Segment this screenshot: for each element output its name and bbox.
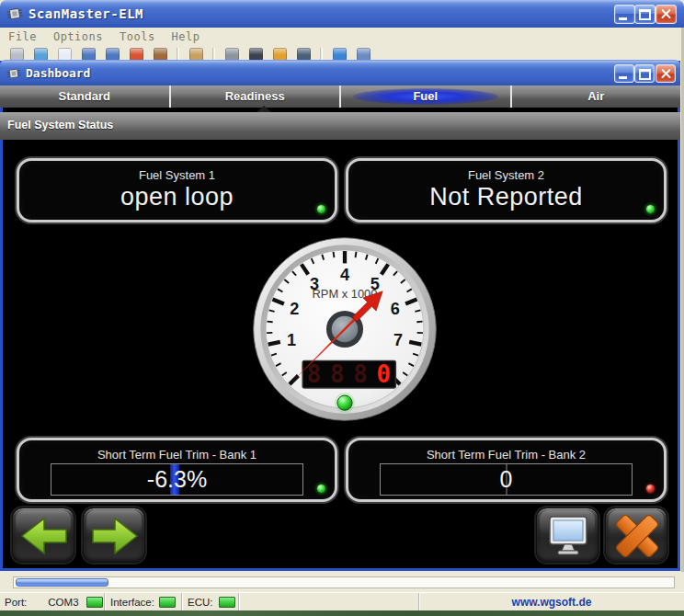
document-icon[interactable] [58, 48, 72, 61]
panel-title: Short Term Fuel Trim - Bank 2 [348, 448, 664, 462]
ecu-status-indicator [219, 597, 235, 608]
tab-label: Standard [0, 86, 169, 108]
statusbar-website-section: www.wgsoft.de [419, 593, 684, 610]
menu-file[interactable]: File [0, 30, 45, 43]
statusbar-interface-section: Interface: [105, 593, 182, 610]
tabbar: StandardReadinessFuelAir [0, 86, 680, 108]
dark-globe-icon[interactable] [297, 48, 311, 61]
svg-text:1: 1 [287, 331, 296, 349]
back-button[interactable] [12, 508, 74, 563]
status-led [317, 205, 325, 213]
panel-title: Fuel System 1 [19, 168, 335, 182]
arrow-right-icon [84, 508, 146, 564]
connect-icon[interactable] [10, 48, 24, 61]
tab-readiness[interactable]: Readiness [171, 86, 342, 108]
panel-title: Short Term Fuel Trim - Bank 1 [19, 448, 335, 462]
arrow-left-icon [13, 508, 75, 564]
dashboard-minimize-button[interactable] [614, 64, 634, 83]
menu-options[interactable]: Options [45, 30, 111, 43]
maximize-icon [639, 69, 651, 80]
tab-label: Fuel [341, 86, 510, 108]
dark-screen-icon[interactable] [249, 48, 263, 61]
chip-icon [6, 6, 24, 22]
tab-label: Readiness [171, 86, 340, 108]
trim-bar-bank1: -6.3% [51, 463, 303, 496]
tab-air[interactable]: Air [512, 86, 681, 108]
maximize-icon [639, 9, 651, 20]
svg-text:8: 8 [307, 360, 322, 388]
window-title: ScanMaster-ELM [28, 6, 143, 21]
close-button[interactable] [656, 5, 677, 24]
tab-label: Air [512, 86, 681, 108]
maximize-button[interactable] [634, 5, 656, 24]
status-led [317, 485, 325, 493]
close-x-icon [606, 508, 668, 564]
monitor-icon [537, 508, 599, 564]
dashboard-maximize-button[interactable] [634, 64, 655, 83]
horizontal-scrollbar[interactable] [13, 576, 675, 588]
tab-standard[interactable]: Standard [0, 86, 171, 108]
dashboard-title: Dashboard [26, 66, 90, 80]
monitor-icon[interactable] [82, 48, 96, 61]
display-button[interactable] [536, 508, 598, 563]
panel-value: open loop [19, 183, 335, 211]
main-titlebar[interactable]: ScanMaster-ELM [0, 0, 684, 28]
minimize-button[interactable] [614, 5, 635, 24]
panel-value: Not Reported [348, 183, 664, 211]
user-icon[interactable] [154, 48, 167, 61]
section-header: Fuel System Status [0, 112, 680, 140]
monitor2-icon[interactable] [106, 48, 120, 61]
fuel-trim-bank2-panel: Short Term Fuel Trim - Bank 2 0 [346, 438, 667, 502]
interface-status-indicator [159, 597, 176, 608]
port-value: COM3 [48, 597, 78, 608]
svg-text:4: 4 [340, 266, 349, 284]
trim-bar-bank2: 0 [380, 463, 633, 496]
globe-icon[interactable] [34, 48, 48, 61]
tab-pointer-icon [256, 106, 271, 112]
website-link[interactable]: www.wgsoft.de [419, 596, 684, 609]
minimize-icon [619, 76, 627, 79]
minimize-icon [619, 17, 627, 20]
toolbar-separator [320, 48, 323, 61]
menubar: File Options Tools Help [0, 28, 684, 47]
dashboard-window: Dashboard StandardReadinessFuelAir Fuel … [0, 61, 680, 571]
ecu-label: ECU: [188, 597, 212, 608]
desktop-background [0, 610, 684, 616]
port-status-indicator [86, 597, 103, 608]
dashboard-close-button[interactable] [656, 64, 676, 83]
fuel-trim-bank1-panel: Short Term Fuel Trim - Bank 1 -6.3% [17, 438, 337, 502]
statusbar-spacer [239, 593, 419, 610]
package-icon[interactable] [357, 48, 370, 61]
port-label: Port: [5, 597, 27, 608]
statusbar: Port: COM3 Interface: ECU: www.wgsoft.de [0, 592, 684, 610]
menu-tools[interactable]: Tools [111, 30, 164, 43]
svg-text:7: 7 [393, 331, 403, 349]
tab-fuel[interactable]: Fuel [341, 86, 512, 108]
exit-button[interactable] [605, 508, 667, 563]
statusbar-ecu-section: ECU: [182, 593, 239, 610]
trim-value: -6.3% [51, 464, 302, 495]
chip-icon [6, 65, 22, 80]
panel-title: Fuel System 2 [348, 168, 664, 182]
clipboard-icon[interactable] [189, 48, 203, 61]
status-led [646, 205, 655, 213]
statusbar-port-section: Port: COM3 [0, 593, 105, 610]
forward-button[interactable] [83, 508, 145, 563]
menu-help[interactable]: Help [164, 30, 209, 43]
dashboard-titlebar[interactable]: Dashboard [0, 60, 680, 86]
fuel-system-1-panel: Fuel System 1 open loop [17, 158, 337, 222]
scrollbar-thumb[interactable] [16, 578, 108, 587]
toolbar-separator [212, 48, 215, 61]
info-icon[interactable] [333, 48, 347, 61]
svg-text:8: 8 [330, 360, 345, 388]
app-window-icon[interactable] [130, 48, 143, 61]
svg-text:0: 0 [376, 360, 391, 388]
battery-icon[interactable] [273, 48, 287, 61]
rpm-gauge: 012345678 RPM x 1000 8880 [248, 233, 441, 426]
svg-text:2: 2 [290, 300, 299, 318]
screen-icon[interactable] [225, 48, 239, 61]
toolbar-separator [177, 48, 179, 61]
svg-text:8: 8 [353, 360, 368, 388]
trim-value: 0 [381, 464, 632, 495]
screen: ScanMaster-ELM File Options Tools Help D… [0, 0, 684, 616]
